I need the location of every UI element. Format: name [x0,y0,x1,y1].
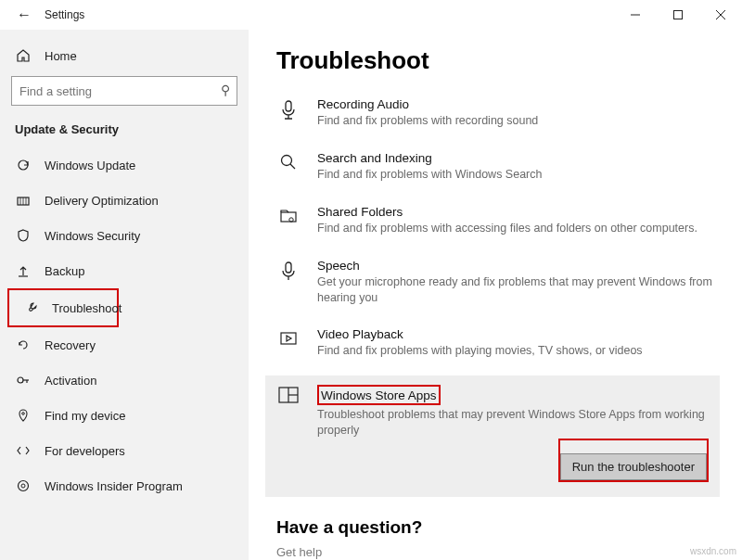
ts-name: Shared Folders [317,205,716,219]
page-title: Troubleshoot [276,46,716,75]
ts-desc: Find and fix problems with playing movie… [317,343,716,359]
sidebar-item-find-my-device[interactable]: Find my device [0,398,249,433]
backup-icon [15,263,32,278]
maximize-button[interactable] [657,0,699,30]
ts-desc: Get your microphone ready and fix proble… [317,274,716,306]
svg-point-13 [282,155,292,165]
delivery-icon [15,193,32,208]
svg-point-10 [19,481,29,491]
svg-rect-1 [674,11,683,19]
ts-name: Recording Audio [317,97,716,111]
code-icon [15,443,32,458]
search-icon [276,151,301,183]
location-icon [15,408,32,423]
ts-name: Windows Store Apps [321,388,437,402]
watermark: wsxdn.com [690,546,736,556]
run-troubleshooter-button[interactable]: Run the troubleshooter [560,453,707,480]
sidebar-item-troubleshoot[interactable]: Troubleshoot [7,288,119,327]
mic-icon [276,97,301,129]
insider-icon [15,478,32,493]
sidebar-item-label: Windows Security [45,229,140,243]
sidebar-item-home[interactable]: Home [0,41,249,76]
microphone-icon [276,259,301,306]
sidebar-item-label: Windows Insider Program [45,479,183,493]
video-icon [276,327,301,359]
sidebar-item-label: Windows Update [45,159,135,172]
minimize-button[interactable] [614,0,657,30]
sidebar-item-delivery-optimization[interactable]: Delivery Optimization [0,183,249,218]
troubleshoot-item-speech[interactable]: Speech Get your microphone ready and fix… [276,249,716,319]
sync-icon [15,158,32,172]
main-content: Troubleshoot Recording Audio Find and fi… [249,30,742,560]
svg-point-6 [18,377,23,383]
home-label: Home [45,49,77,63]
sidebar-item-label: Activation [45,374,96,388]
ts-desc: Find and fix problems with Windows Searc… [317,167,716,183]
ts-desc: Troubleshoot problems that may prevent W… [317,407,709,439]
back-icon[interactable]: ← [11,6,37,23]
wrench-icon [24,300,39,315]
search-field[interactable] [11,76,237,106]
folder-icon [276,205,301,236]
svg-rect-17 [286,262,291,273]
sidebar-item-label: Find my device [45,409,125,423]
sidebar-item-backup[interactable]: Backup [0,253,249,288]
sidebar-item-windows-update[interactable]: Windows Update [0,147,249,183]
search-input[interactable]: ⚲ [11,76,237,106]
sidebar-item-label: Troubleshoot [52,301,122,315]
sidebar-item-activation[interactable]: Activation [0,363,249,398]
home-icon [15,48,32,63]
sidebar-group-title: Update & Security [0,122,249,147]
svg-line-14 [290,164,295,169]
recovery-icon [15,337,32,352]
troubleshoot-item-video-playback[interactable]: Video Playback Find and fix problems wit… [276,318,716,372]
troubleshoot-item-recording-audio[interactable]: Recording Audio Find and fix problems wi… [276,88,716,142]
svg-point-11 [21,484,25,488]
troubleshoot-item-windows-store-apps[interactable]: Windows Store Apps Troubleshoot problems… [265,375,720,497]
ts-name: Speech [317,259,716,273]
key-icon [15,373,32,388]
sidebar-item-label: Backup [45,264,84,278]
troubleshoot-item-shared-folders[interactable]: Shared Folders Find and fix problems wit… [276,196,716,249]
sidebar-item-windows-security[interactable]: Windows Security [0,218,249,253]
shield-icon [15,228,32,243]
troubleshoot-item-search[interactable]: Search and Indexing Find and fix problem… [276,142,716,196]
apps-icon [276,385,301,439]
sidebar: Home ⚲ Update & Security Windows Update … [0,30,249,560]
titlebar: ← Settings [0,0,742,30]
sidebar-item-insider[interactable]: Windows Insider Program [0,468,249,503]
svg-point-9 [22,413,25,415]
ts-desc: Find and fix problems with recording sou… [317,113,716,129]
sidebar-item-label: For developers [45,444,125,458]
sidebar-item-recovery[interactable]: Recovery [0,327,249,363]
svg-rect-18 [281,333,296,344]
ts-name: Video Playback [317,327,716,341]
get-help-link[interactable]: Get help [276,545,716,559]
sidebar-item-for-developers[interactable]: For developers [0,433,249,468]
ts-name: Search and Indexing [317,151,716,165]
window-title: Settings [37,8,84,21]
search-icon: ⚲ [221,83,230,97]
sidebar-item-label: Recovery [45,338,96,352]
close-button[interactable] [699,0,742,30]
ts-desc: Find and fix problems with accessing fil… [317,221,716,236]
svg-rect-12 [286,101,291,111]
sidebar-item-label: Delivery Optimization [45,194,159,208]
question-heading: Have a question? [276,517,716,538]
